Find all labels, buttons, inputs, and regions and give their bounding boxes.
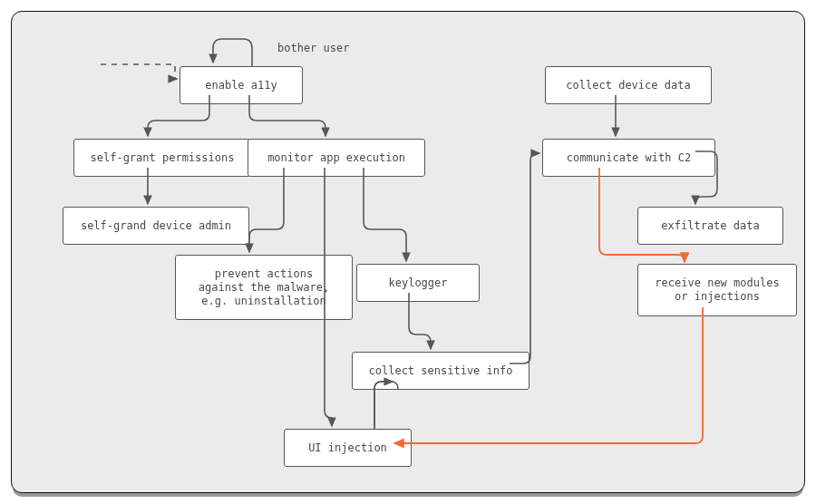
diagram-card: enable a11y self-grant permissions monit…	[11, 11, 805, 493]
edges	[12, 12, 804, 492]
